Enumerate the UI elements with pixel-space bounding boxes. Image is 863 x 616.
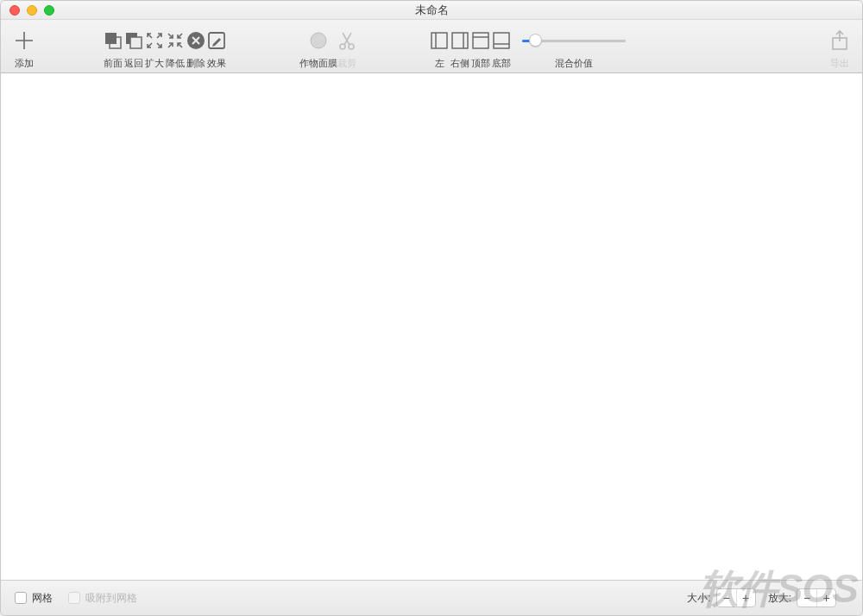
snap-label: 吸附到网格 [85, 591, 137, 606]
effect-label: 效果 [207, 57, 226, 70]
back-button[interactable]: 返回 [123, 22, 144, 70]
effect-button[interactable]: 效果 [206, 22, 227, 70]
front-button[interactable]: 前面 [103, 22, 123, 70]
edit-icon [206, 28, 227, 53]
svg-rect-15 [494, 33, 509, 48]
align-left-label: 左 [435, 57, 444, 70]
blend-slider[interactable] [522, 32, 626, 49]
back-label: 返回 [124, 57, 143, 70]
snap-checkbox [68, 592, 80, 604]
svg-rect-1 [105, 33, 117, 44]
align-right-button[interactable]: 右侧 [450, 22, 470, 70]
blend-slider-item: 混合价值 [517, 22, 631, 70]
align-bottom-icon [491, 28, 512, 53]
delete-button[interactable]: 删除 [186, 22, 206, 70]
close-window-button[interactable] [9, 5, 20, 16]
canvas-area[interactable] [1, 73, 862, 581]
size-stepper[interactable]: − + [716, 588, 756, 607]
zoom-stepper[interactable]: − + [797, 588, 836, 607]
reduce-label: 降低 [166, 57, 185, 70]
share-icon [829, 28, 850, 53]
svg-rect-13 [473, 33, 488, 48]
svg-rect-9 [432, 33, 447, 48]
enlarge-label: 扩大 [145, 57, 164, 70]
titlebar: 未命名 [1, 1, 862, 20]
enlarge-button[interactable]: 扩大 [144, 22, 165, 70]
zoom-increment[interactable]: + [816, 588, 835, 607]
snap-checkbox-wrap: 吸附到网格 [68, 591, 137, 606]
align-top-icon [470, 28, 491, 53]
grid-checkbox-wrap[interactable]: 网格 [15, 591, 53, 606]
circle-mask-icon [308, 28, 329, 53]
grid-label: 网格 [32, 591, 53, 606]
svg-rect-11 [452, 33, 468, 48]
zoom-window-button[interactable] [44, 5, 54, 16]
cropmask-button[interactable]: 作物面膜 [299, 22, 337, 70]
cropmask-label: 作物面膜 [299, 57, 337, 70]
delete-label: 删除 [186, 57, 205, 70]
crop-button: 裁剪 [337, 22, 356, 70]
toolbar: 添加 前面 返回 扩大 [1, 20, 862, 73]
align-left-icon [429, 28, 450, 53]
align-left-button[interactable]: 左 [429, 22, 450, 70]
size-label: 大小: [687, 591, 710, 606]
window: 未命名 添加 前面 返回 [0, 0, 863, 616]
slider-thumb[interactable] [529, 34, 542, 47]
bring-front-icon [103, 28, 123, 53]
export-button[interactable]: 导出 [829, 22, 850, 70]
align-right-label: 右侧 [450, 57, 469, 70]
export-label: 导出 [830, 57, 849, 70]
zoom-label: 放大: [768, 591, 791, 606]
reduce-button[interactable]: 降低 [165, 22, 186, 70]
size-increment[interactable]: + [736, 588, 755, 607]
size-decrement[interactable]: − [717, 588, 736, 607]
svg-point-6 [311, 33, 326, 48]
front-label: 前面 [104, 57, 123, 70]
plus-icon [13, 28, 35, 53]
add-label: 添加 [15, 57, 34, 70]
scissors-icon [337, 28, 356, 53]
window-title: 未命名 [1, 3, 862, 18]
align-right-icon [450, 28, 470, 53]
contract-icon [165, 28, 186, 53]
align-top-label: 顶部 [471, 57, 490, 70]
crop-label: 裁剪 [337, 57, 356, 70]
blend-label: 混合价值 [555, 57, 593, 70]
align-top-button[interactable]: 顶部 [470, 22, 491, 70]
svg-rect-3 [130, 37, 142, 48]
align-bottom-label: 底部 [492, 57, 511, 70]
add-button[interactable]: 添加 [13, 22, 35, 70]
minimize-window-button[interactable] [27, 5, 37, 16]
zoom-decrement[interactable]: − [797, 588, 816, 607]
send-back-icon [123, 28, 144, 53]
expand-icon [144, 28, 165, 53]
grid-checkbox[interactable] [15, 592, 27, 604]
align-bottom-button[interactable]: 底部 [491, 22, 512, 70]
traffic-lights [9, 5, 54, 16]
statusbar: 网格 吸附到网格 大小: − + 放大: − + [1, 581, 862, 615]
delete-icon [186, 28, 206, 53]
